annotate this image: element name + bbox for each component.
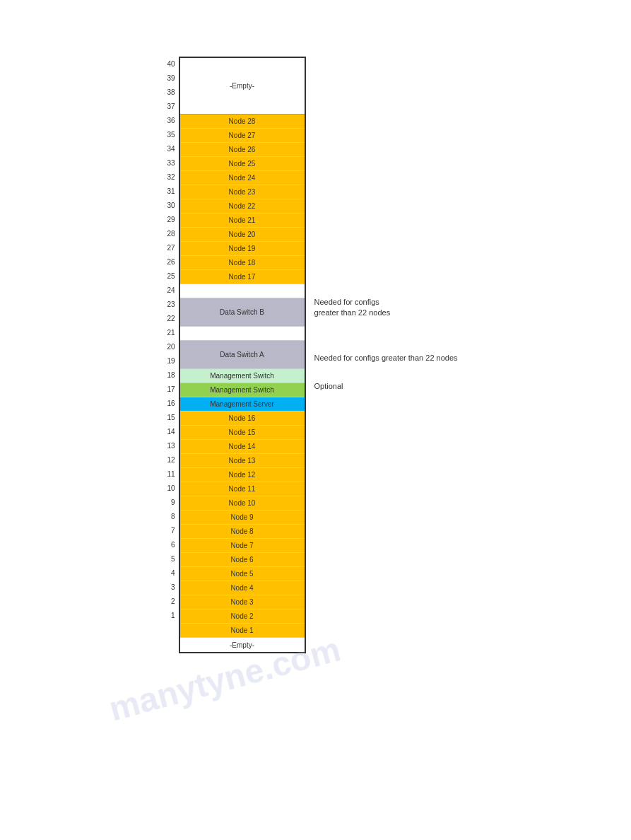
slot-node6: Node 6	[180, 553, 305, 567]
slot-empty-24	[180, 284, 305, 298]
slot-data-switch-a: Data Switch A	[180, 341, 305, 369]
slot-node26: Node 26	[180, 143, 305, 157]
slot-mgmt-switch-19: Management Switch	[180, 383, 305, 397]
slot-node7: Node 7	[180, 539, 305, 553]
row-num-11: 11	[162, 467, 177, 481]
slot-node27: Node 27	[180, 129, 305, 143]
row-num-36: 36	[162, 113, 177, 127]
slot-node5: Node 5	[180, 567, 305, 581]
slot-node12: Node 12	[180, 468, 305, 482]
row-numbers: 40 39 38 37 36 35 34 33 32 31 30 29 28 2…	[162, 57, 177, 622]
row-num-10: 10	[162, 481, 177, 495]
slot-node8: Node 8	[180, 525, 305, 539]
row-num-16: 16	[162, 396, 177, 410]
slot-mgmt-server: Management Server	[180, 397, 305, 412]
row-num-26: 26	[162, 255, 177, 269]
row-num-23: 23	[162, 297, 177, 311]
slot-node10: Node 10	[180, 496, 305, 511]
row-num-37: 37	[162, 99, 177, 113]
annotation-data-switch: Needed for configsgreater than 22 nodes	[314, 297, 391, 319]
slot-node16: Node 16	[180, 412, 305, 426]
slot-node15: Node 15	[180, 426, 305, 440]
slot-node25: Node 25	[180, 157, 305, 171]
row-num-8: 8	[162, 509, 177, 523]
row-num-29: 29	[162, 212, 177, 226]
row-num-24: 24	[162, 283, 177, 297]
slot-node11: Node 11	[180, 482, 305, 496]
row-num-14: 14	[162, 424, 177, 438]
row-num-6: 6	[162, 537, 177, 552]
row-num-39: 39	[162, 71, 177, 85]
slot-node23: Node 23	[180, 185, 305, 199]
annotation-mgmt-switch: Needed for configs greater than 22 nodes	[314, 354, 458, 362]
row-num-15: 15	[162, 410, 177, 424]
slot-node14: Node 14	[180, 440, 305, 454]
slot-empty-bottom: -Empty-	[180, 638, 305, 652]
slot-node20: Node 20	[180, 228, 305, 242]
row-num-32: 32	[162, 170, 177, 184]
row-num-40: 40	[162, 57, 177, 71]
row-num-33: 33	[162, 156, 177, 170]
row-num-1: 1	[162, 608, 177, 622]
slot-node13: Node 13	[180, 454, 305, 468]
row-num-17: 17	[162, 382, 177, 396]
rack-column: -Empty- Node 28 Node 27 Node 26 Node 25 …	[179, 57, 306, 653]
row-num-28: 28	[162, 226, 177, 240]
slot-node21: Node 21	[180, 214, 305, 228]
row-num-22: 22	[162, 311, 177, 325]
row-num-7: 7	[162, 523, 177, 537]
row-num-5: 5	[162, 552, 177, 566]
row-num-27: 27	[162, 240, 177, 255]
row-num-13: 13	[162, 438, 177, 453]
row-num-19: 19	[162, 354, 177, 368]
row-num-35: 35	[162, 127, 177, 141]
row-num-25: 25	[162, 269, 177, 283]
slot-node28: Node 28	[180, 115, 305, 129]
slot-node17: Node 17	[180, 270, 305, 284]
row-num-3: 3	[162, 580, 177, 594]
row-num-4: 4	[162, 566, 177, 580]
row-num-20: 20	[162, 339, 177, 354]
slot-node22: Node 22	[180, 199, 305, 214]
slot-empty-22	[180, 327, 305, 341]
rack-wrapper: 40 39 38 37 36 35 34 33 32 31 30 29 28 2…	[162, 57, 470, 653]
row-num-34: 34	[162, 141, 177, 156]
slot-node3: Node 3	[180, 595, 305, 609]
row-num-30: 30	[162, 198, 177, 212]
row-num-21: 21	[162, 325, 177, 339]
row-num-2: 2	[162, 594, 177, 608]
slot-node18: Node 18	[180, 256, 305, 270]
main-container: 40 39 38 37 36 35 34 33 32 31 30 29 28 2…	[162, 57, 470, 653]
slot-empty-top: -Empty-	[180, 58, 305, 115]
slot-node19: Node 19	[180, 242, 305, 256]
slot-node2: Node 2	[180, 609, 305, 624]
row-num-38: 38	[162, 85, 177, 99]
slot-node1: Node 1	[180, 624, 305, 638]
slot-mgmt-switch-20: Management Switch	[180, 369, 305, 383]
row-num-18: 18	[162, 368, 177, 382]
slot-node4: Node 4	[180, 581, 305, 595]
slot-data-switch-b: Data Switch B	[180, 298, 305, 327]
slot-node24: Node 24	[180, 171, 305, 185]
row-num-9: 9	[162, 495, 177, 509]
row-num-12: 12	[162, 453, 177, 467]
annotation-mgmt-server: Optional	[314, 382, 343, 390]
slot-node9: Node 9	[180, 511, 305, 525]
row-num-31: 31	[162, 184, 177, 198]
